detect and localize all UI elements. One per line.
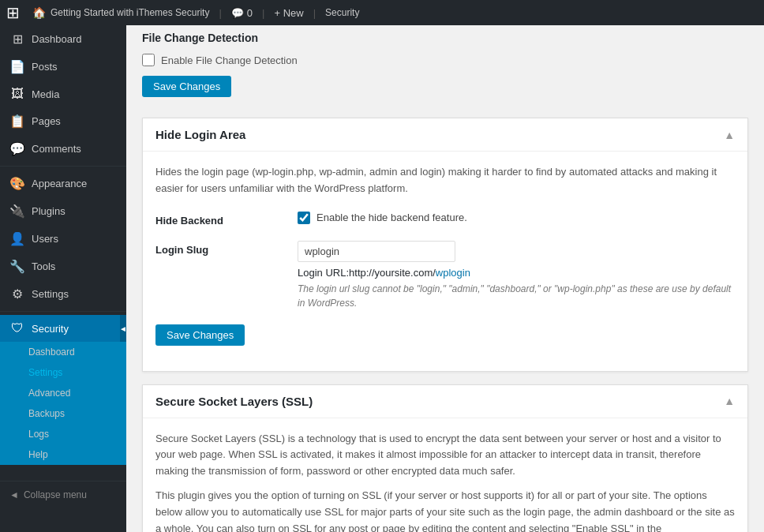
sidebar-label-dashboard: Dashboard [32,33,82,45]
media-icon: 🖼 [9,87,25,101]
sidebar-item-plugins[interactable]: 🔌 Plugins [0,197,126,225]
sidebar-label-media: Media [32,88,59,100]
tools-icon: 🔧 [9,259,25,274]
submenu-settings-label: Settings [28,367,62,378]
security-arrow-icon: ◄ [120,315,126,342]
submenu-advanced-label: Advanced [28,388,70,399]
login-slug-row: Login Slug Login URL:http://yoursite.com… [155,241,735,310]
comments-menu-icon: 💬 [9,141,25,156]
sidebar-label-posts: Posts [32,61,58,73]
hide-backend-label: Hide Backend [155,212,298,227]
collapse-icon: ◄ [9,489,19,500]
sidebar-item-security[interactable]: 🛡 Security ◄ [0,315,126,342]
sidebar-item-settings[interactable]: ⚙ Settings [0,280,126,308]
new-link[interactable]: + New [274,7,303,19]
ssl-title: Secure Socket Layers (SSL) [155,395,313,408]
hide-login-description: Hides the login page (wp-login.php, wp-a… [155,164,735,197]
submenu-backups[interactable]: Backups [0,403,126,424]
comments-link[interactable]: 💬 0 [231,7,253,19]
hide-login-body: Hides the login page (wp-login.php, wp-a… [143,152,747,371]
adminbar-sep-3: | [313,7,316,19]
ssl-body: Secure Socket Layers (SSL) is a technolo… [143,418,747,532]
sidebar-label-plugins: Plugins [32,205,66,217]
wp-logo-icon[interactable]: ⊞ [6,3,20,22]
ssl-description-2: This plugin gives you the option of turn… [155,488,735,532]
sidebar-label-appearance: Appearance [32,178,87,189]
site-link[interactable]: 🏠 Getting Started with iThemes Security [32,6,209,19]
hide-login-desc-text: Hides the login page (wp-login.php, wp-a… [155,166,717,194]
site-home-icon: 🏠 [32,6,46,19]
fcd-title: File Change Detection [142,32,258,44]
hide-backend-checkbox[interactable] [298,212,310,224]
submenu-help[interactable]: Help [0,444,126,465]
fcd-checkbox[interactable] [142,54,155,66]
comments-icon: 💬 [231,7,244,19]
comments-count: 0 [247,7,253,19]
sidebar-label-security: Security [32,323,69,335]
fcd-checkbox-label: Enable File Change Detection [161,54,298,66]
hide-backend-row: Hide Backend Enable the hide backend fea… [155,212,735,227]
ssl-desc-2-text: This plugin gives you the option of turn… [155,489,735,532]
sidebar-item-posts[interactable]: 📄 Posts [0,53,126,81]
hide-login-panel: Hide Login Area ▲ Hides the login page (… [142,118,748,372]
admin-bar: ⊞ 🏠 Getting Started with iThemes Securit… [0,0,764,25]
dashboard-icon: ⊞ [9,32,25,47]
submenu-advanced[interactable]: Advanced [0,383,126,403]
hide-backend-checkbox-label: Enable the hide backend feature. [316,212,467,223]
sidebar-item-media[interactable]: 🖼 Media [0,81,126,107]
ssl-header: Secure Socket Layers (SSL) ▲ [143,385,747,418]
sidebar-label-tools: Tools [32,260,55,272]
sidebar-label-comments: Comments [32,143,81,155]
sidebar-label-settings: Settings [32,288,69,300]
submenu-logs-label: Logs [28,429,49,440]
sidebar-item-comments[interactable]: 💬 Comments [0,135,126,163]
sidebar-item-pages[interactable]: 📋 Pages [0,107,126,135]
sidebar-item-dashboard[interactable]: ⊞ Dashboard [0,25,126,53]
submenu-dashboard[interactable]: Dashboard [0,342,126,362]
ssl-desc-1-text: Secure Socket Layers (SSL) is a technolo… [155,433,721,478]
site-name: Getting Started with iThemes Security [51,7,209,18]
adminbar-sep-1: | [219,7,221,19]
collapse-label: Collapse menu [24,489,87,500]
hide-login-save-button[interactable]: Save Changes [155,324,245,346]
login-url-display: Login URL:http://yoursite.com/wplogin [298,267,735,279]
collapse-menu-button[interactable]: ◄ Collapse menu [0,481,126,508]
sidebar-item-appearance[interactable]: 🎨 Appearance [0,170,126,197]
login-slug-label: Login Slug [155,241,298,256]
adminbar-sep-2: | [262,7,264,19]
submenu-help-label: Help [28,449,48,460]
login-url-prefix: Login URL:http://yoursite.com/ [298,267,436,279]
posts-icon: 📄 [9,59,25,74]
sidebar-item-tools[interactable]: 🔧 Tools [0,253,126,280]
users-icon: 👤 [9,231,25,246]
ssl-toggle-icon[interactable]: ▲ [724,395,735,407]
login-url-slug[interactable]: wplogin [436,267,470,279]
submenu-settings[interactable]: Settings [0,362,126,383]
submenu-backups-label: Backups [28,408,65,419]
file-change-detection-panel: File Change Detection Enable File Change… [142,25,748,118]
sidebar-label-users: Users [32,233,58,245]
main-content: File Change Detection Enable File Change… [126,25,764,532]
security-menu-icon: 🛡 [9,321,25,335]
sidebar-item-users[interactable]: 👤 Users [0,225,126,253]
submenu-dashboard-label: Dashboard [28,347,75,358]
login-slug-input[interactable] [298,241,455,262]
login-slug-control: Login URL:http://yoursite.com/wplogin Th… [298,241,735,310]
sidebar: ⊞ Dashboard 📄 Posts 🖼 Media 📋 Pages 💬 Co… [0,25,126,532]
hide-login-toggle-icon[interactable]: ▲ [724,129,735,141]
hide-login-header: Hide Login Area ▲ [143,118,747,152]
submenu-logs[interactable]: Logs [0,424,126,444]
appearance-icon: 🎨 [9,176,25,191]
ssl-description-1: Secure Socket Layers (SSL) is a technolo… [155,431,735,480]
ssl-panel: Secure Socket Layers (SSL) ▲ Secure Sock… [142,384,748,532]
hide-backend-control: Enable the hide backend feature. [298,212,735,224]
login-url-note: The login url slug cannot be "login," "a… [298,282,735,310]
fcd-save-button[interactable]: Save Changes [142,76,231,97]
plugins-icon: 🔌 [9,204,25,219]
security-link[interactable]: Security [325,7,359,18]
hide-login-title: Hide Login Area [155,128,245,141]
settings-icon: ⚙ [9,287,25,302]
sidebar-label-pages: Pages [32,115,61,127]
pages-icon: 📋 [9,114,25,129]
